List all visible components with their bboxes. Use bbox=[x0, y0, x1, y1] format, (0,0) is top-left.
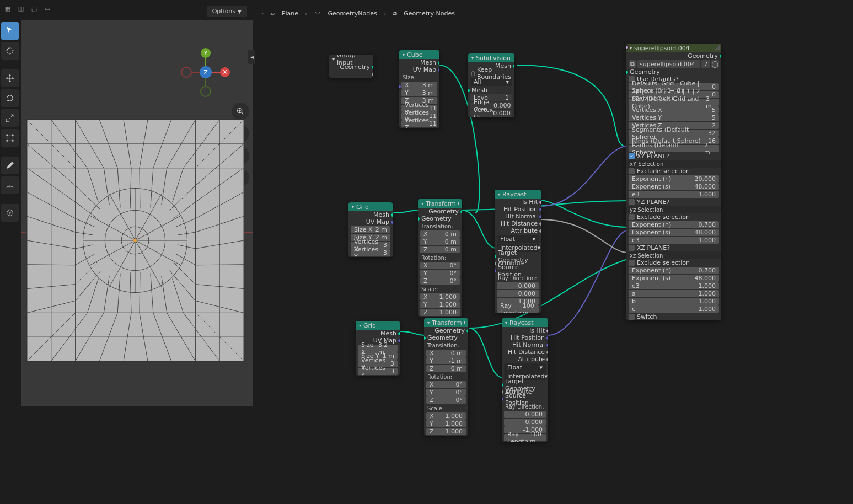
nodegroup-name-field[interactable]: superellipsoid.004 bbox=[637, 60, 700, 68]
mode-icon-1[interactable]: ▦ bbox=[2, 3, 13, 14]
modifier-icon: ◦◦ bbox=[314, 10, 321, 17]
tool-transform[interactable] bbox=[1, 129, 19, 147]
chevron-right-icon: › bbox=[384, 10, 386, 17]
left-toolbar bbox=[1, 22, 19, 222]
tool-measure[interactable] bbox=[1, 176, 19, 194]
checkbox[interactable] bbox=[629, 314, 635, 320]
svg-rect-1 bbox=[6, 119, 9, 122]
svg-point-16 bbox=[201, 87, 211, 96]
node-superellipsoid[interactable]: ▾superellipsoid.004 Geometry ⧉ superelli… bbox=[626, 44, 721, 320]
viewport-3d[interactable]: Options▼ ◂ X Y Z bbox=[21, 20, 253, 406]
checkbox[interactable] bbox=[629, 260, 635, 266]
nodetree-icon[interactable]: ⧉ bbox=[629, 60, 636, 68]
axis-gizmo[interactable]: X Y Z bbox=[181, 47, 230, 97]
node-cube[interactable]: ▾Cube Mesh UV Map Size: X3 m Y3 m Z3 m V… bbox=[399, 50, 439, 128]
chevron-down-icon: ▾ bbox=[332, 57, 335, 62]
svg-point-4 bbox=[12, 134, 14, 136]
node-raycast-1[interactable]: ▾Raycast Is Hit Hit Position Hit Normal … bbox=[495, 190, 541, 313]
viewport-options-button[interactable]: Options▼ bbox=[207, 6, 247, 17]
chevron-down-icon: ▾ bbox=[427, 320, 430, 325]
node-transform-2[interactable]: ▾Transform Geometry Geometry Geometry Tr… bbox=[424, 318, 468, 436]
tool-scale[interactable] bbox=[1, 109, 19, 127]
node-wires bbox=[255, 22, 853, 504]
zoom-icon[interactable] bbox=[232, 103, 249, 120]
tool-add-cube[interactable] bbox=[1, 204, 19, 222]
svg-text:Y: Y bbox=[203, 50, 208, 57]
mode-icon-3[interactable]: ⬚ bbox=[29, 3, 40, 14]
chevron-right-icon: › bbox=[261, 10, 264, 17]
checkbox[interactable] bbox=[629, 199, 635, 205]
breadcrumb-nodetree[interactable]: Geometry Nodes bbox=[404, 10, 455, 17]
svg-point-13 bbox=[181, 67, 191, 77]
tool-select[interactable] bbox=[1, 22, 19, 40]
tool-rotate[interactable] bbox=[1, 89, 19, 107]
chevron-down-icon: ▾ bbox=[403, 52, 405, 57]
users-count[interactable]: 7 bbox=[701, 60, 710, 68]
chevron-down-icon: ▾ bbox=[421, 201, 423, 206]
checkbox[interactable] bbox=[629, 245, 635, 251]
breadcrumb-modifier[interactable]: GeometryNodes bbox=[328, 10, 377, 17]
resize-icon[interactable] bbox=[715, 45, 720, 50]
chevron-down-icon: ▾ bbox=[359, 323, 361, 328]
svg-point-0 bbox=[7, 48, 13, 54]
tool-annotate[interactable] bbox=[1, 157, 19, 174]
breadcrumb: › ▱ Plane › ◦◦ GeometryNodes › ⧉ Geometr… bbox=[261, 10, 455, 17]
plane-icon: ▱ bbox=[270, 10, 275, 17]
svg-point-5 bbox=[6, 140, 8, 142]
mesh-preview bbox=[26, 119, 244, 362]
mode-icon-4[interactable]: ▭ bbox=[42, 3, 53, 14]
chevron-down-icon: ▾ bbox=[630, 46, 632, 51]
chevron-down-icon: ▾ bbox=[498, 192, 500, 197]
node-subdivision-surface[interactable]: ▾Subdivision Surface Mesh Keep Boundarie… bbox=[468, 53, 514, 117]
svg-text:Z: Z bbox=[203, 69, 208, 76]
tool-cursor[interactable] bbox=[1, 42, 19, 60]
top-mode-icons: ▦ ◫ ⬚ ▭ bbox=[0, 0, 55, 17]
checkbox-checked[interactable]: ✓ bbox=[629, 153, 635, 159]
node-editor[interactable]: ▾Group Input Geometry ▾Cube Mesh UV Map … bbox=[255, 22, 853, 504]
svg-point-3 bbox=[6, 134, 8, 136]
node-grid-2[interactable]: ▾Grid Mesh UV Map Size X3.2 m Size Y1 m … bbox=[356, 321, 400, 376]
chevron-right-icon: › bbox=[305, 10, 307, 17]
checkbox[interactable] bbox=[629, 168, 635, 174]
breadcrumb-object[interactable]: Plane bbox=[282, 10, 298, 17]
chevron-down-icon: ▾ bbox=[505, 320, 507, 325]
node-group-input[interactable]: ▾Group Input Geometry bbox=[329, 55, 373, 78]
svg-point-25 bbox=[133, 239, 137, 242]
node-transform-1[interactable]: ▾Transform Geometry Geometry Geometry Tr… bbox=[418, 199, 462, 317]
tool-move[interactable] bbox=[1, 69, 19, 87]
mode-icon-2[interactable]: ◫ bbox=[15, 3, 26, 14]
shield-icon[interactable]: ◯ bbox=[711, 60, 719, 68]
node-grid-1[interactable]: ▾Grid Mesh UV Map Size X2 m Size Y2 m Ve… bbox=[348, 202, 393, 257]
node-raycast-2[interactable]: ▾Raycast Is Hit Hit Position Hit Normal … bbox=[502, 318, 548, 442]
svg-text:X: X bbox=[223, 69, 227, 76]
svg-rect-2 bbox=[7, 135, 13, 141]
chevron-down-icon: ▾ bbox=[352, 205, 354, 210]
svg-point-6 bbox=[12, 140, 14, 142]
chevron-down-icon: ▾ bbox=[471, 56, 474, 61]
nodetree-icon: ⧉ bbox=[393, 10, 397, 17]
checkbox[interactable] bbox=[629, 214, 635, 220]
